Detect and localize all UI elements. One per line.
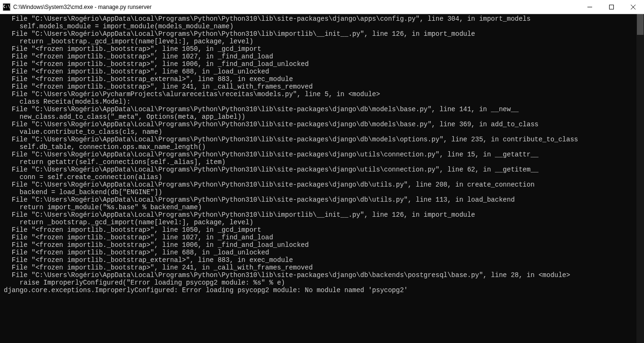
scrollbar-thumb[interactable] — [637, 14, 644, 35]
window-controls — [579, 0, 644, 14]
window-titlebar: C:\ C:\Windows\System32\cmd.exe - manage… — [0, 0, 644, 14]
window-title: C:\Windows\System32\cmd.exe - manage.py … — [13, 4, 151, 10]
terminal-area: File "C:\Users\Rogério\AppData\Local\Pro… — [0, 14, 644, 343]
maximize-button[interactable] — [601, 0, 622, 14]
terminal-output[interactable]: File "C:\Users\Rogério\AppData\Local\Pro… — [0, 14, 636, 343]
vertical-scrollbar[interactable] — [636, 14, 644, 343]
cmd-icon: C:\ — [3, 3, 10, 11]
minimize-button[interactable] — [579, 0, 601, 14]
titlebar-left: C:\ C:\Windows\System32\cmd.exe - manage… — [0, 3, 151, 11]
close-button[interactable] — [622, 0, 644, 14]
svg-rect-1 — [610, 5, 614, 9]
